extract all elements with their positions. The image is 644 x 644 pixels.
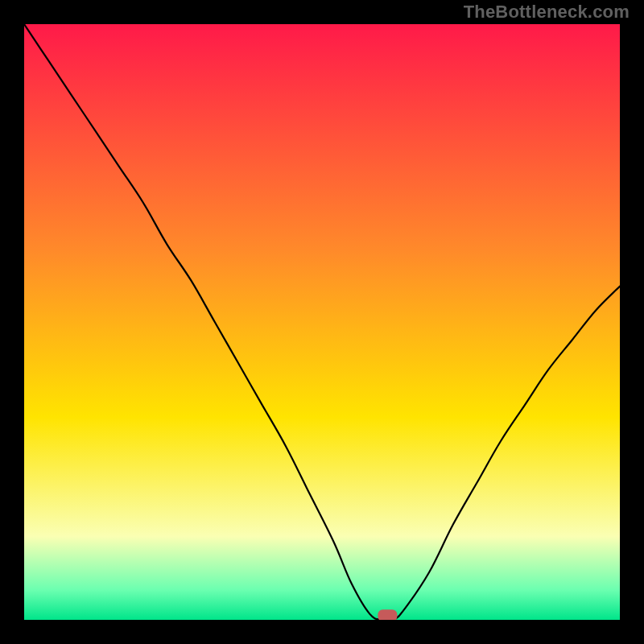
gradient-background: [24, 24, 620, 620]
chart-container: TheBottleneck.com: [0, 0, 644, 644]
chart-svg: [24, 24, 620, 620]
optimal-marker: [378, 609, 397, 620]
chart-plot-area: [24, 24, 620, 620]
watermark-text: TheBottleneck.com: [464, 2, 630, 23]
